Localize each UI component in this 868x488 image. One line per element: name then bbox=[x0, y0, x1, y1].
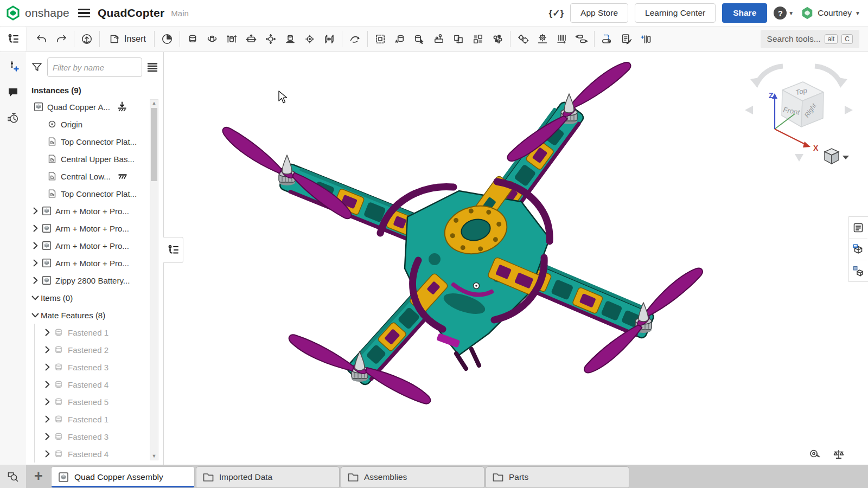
bom-panel-icon[interactable] bbox=[849, 217, 867, 239]
search-tabs-icon[interactable] bbox=[0, 465, 26, 488]
mate-planar-icon[interactable] bbox=[241, 29, 261, 49]
comments-icon[interactable] bbox=[5, 84, 21, 100]
mate-pin-slot-icon[interactable] bbox=[300, 29, 320, 49]
chevron-right-icon[interactable] bbox=[42, 395, 53, 408]
mate-slider-icon[interactable] bbox=[222, 29, 241, 49]
mate-row[interactable]: Fastened 4 bbox=[35, 445, 163, 463]
mate-row[interactable]: Fastened 5 bbox=[35, 393, 163, 410]
list-view-icon[interactable] bbox=[146, 61, 159, 74]
configuration-toggle-icon[interactable] bbox=[572, 29, 591, 49]
tab-quad-copper-assembly[interactable]: Quad Copper Assembly bbox=[51, 466, 195, 488]
tree-row-subassembly[interactable]: Arm + Motor + Pro... bbox=[26, 237, 163, 254]
undo-icon[interactable] bbox=[32, 29, 52, 49]
tab-imported-data[interactable]: Imported Data bbox=[196, 466, 340, 488]
rack-relation-icon[interactable] bbox=[552, 29, 572, 49]
mate-row[interactable]: Fastened 1 bbox=[35, 324, 163, 341]
display-states-icon[interactable] bbox=[488, 29, 507, 49]
user-menu[interactable]: Courtney ▼ bbox=[800, 6, 860, 20]
inserted-items-icon[interactable] bbox=[849, 260, 867, 281]
tree-row-part[interactable]: Central Low... bbox=[26, 168, 163, 185]
insert-button[interactable]: Insert bbox=[103, 29, 151, 49]
mate-features-list: Fastened 1 Fastened 2 Fastened 3 Fastene… bbox=[34, 324, 163, 463]
tree-row-root-assembly[interactable]: Quad Copper A... bbox=[26, 98, 163, 115]
feature-list-toggle-icon[interactable] bbox=[0, 27, 27, 52]
chevron-right-icon[interactable] bbox=[42, 413, 53, 426]
chevron-right-icon[interactable] bbox=[42, 343, 53, 356]
mate-row[interactable]: Fastened 1 bbox=[35, 410, 163, 428]
mate-fastened-icon[interactable] bbox=[183, 29, 202, 49]
chevron-right-icon[interactable] bbox=[42, 326, 53, 339]
tree-row-part[interactable]: Central Upper Bas... bbox=[26, 150, 163, 168]
mate-cylindrical-icon[interactable] bbox=[280, 29, 300, 49]
filter-input[interactable] bbox=[47, 57, 142, 77]
chevron-right-icon[interactable] bbox=[30, 239, 41, 252]
search-tools-field[interactable]: Search tools... alt C bbox=[761, 30, 859, 48]
gear-base-icon[interactable] bbox=[533, 29, 552, 49]
scroll-up-icon[interactable]: ▲ bbox=[150, 100, 158, 107]
chevron-right-icon[interactable] bbox=[30, 274, 41, 287]
view-cube[interactable]: Top Front Right Z X bbox=[741, 57, 857, 169]
learning-center-button[interactable]: Learning Center bbox=[635, 3, 716, 23]
panel-flyout-handle[interactable] bbox=[163, 237, 183, 263]
tab-assemblies[interactable]: Assemblies bbox=[341, 466, 484, 488]
hamburger-menu-icon[interactable] bbox=[78, 9, 90, 17]
mate-parallel-icon[interactable] bbox=[320, 29, 339, 49]
named-positions-icon[interactable] bbox=[429, 29, 449, 49]
clock-icon[interactable] bbox=[157, 29, 177, 49]
tab-parts[interactable]: Parts bbox=[486, 466, 629, 488]
filter-icon[interactable] bbox=[30, 61, 43, 74]
tape-measure-icon[interactable] bbox=[808, 448, 821, 461]
replace-instance-icon[interactable] bbox=[410, 29, 429, 49]
chevron-right-icon[interactable] bbox=[42, 361, 53, 374]
scroll-down-icon[interactable]: ▼ bbox=[150, 453, 158, 460]
chevron-right-icon[interactable] bbox=[30, 204, 41, 217]
add-tab-button[interactable]: + bbox=[26, 465, 51, 488]
history-icon[interactable] bbox=[5, 110, 21, 126]
sheet-metal-flat-icon[interactable] bbox=[597, 29, 617, 49]
mate-ball-icon[interactable] bbox=[261, 29, 280, 49]
update-sync-icon[interactable] bbox=[77, 29, 97, 49]
tree-row-part[interactable]: Top Connector Plat... bbox=[26, 133, 163, 150]
tree-row-subassembly[interactable]: Zippy 2800 Battery... bbox=[26, 272, 163, 289]
dev-mode-icon[interactable]: {✓} bbox=[549, 8, 564, 19]
gear-relation-icon[interactable] bbox=[513, 29, 533, 49]
frame-profiles-icon[interactable] bbox=[636, 29, 656, 49]
mate-row[interactable]: Fastened 3 bbox=[35, 428, 163, 445]
chevron-right-icon[interactable] bbox=[30, 222, 41, 235]
tree-row-subassembly[interactable]: Arm + Motor + Pro... bbox=[26, 202, 163, 220]
mate-features-section-header[interactable]: Mate Features (8) bbox=[26, 306, 163, 324]
chevron-right-icon[interactable] bbox=[42, 447, 53, 460]
tree-row-part[interactable]: Top Connector Plat... bbox=[26, 185, 163, 202]
tree-scrollbar[interactable]: ▲ ▼ bbox=[150, 99, 158, 460]
mate-row[interactable]: Fastened 4 bbox=[35, 376, 163, 393]
workspace-name[interactable]: Main bbox=[171, 9, 189, 18]
mate-row[interactable]: Fastened 2 bbox=[35, 341, 163, 358]
transfer-copy-icon[interactable] bbox=[449, 29, 468, 49]
create-version-icon[interactable] bbox=[5, 58, 21, 74]
tangent-relation-icon[interactable] bbox=[345, 29, 365, 49]
chevron-right-icon[interactable] bbox=[42, 430, 53, 443]
group-parts-icon[interactable] bbox=[371, 29, 390, 49]
tree-row-origin[interactable]: Origin bbox=[26, 115, 163, 133]
mate-revolute-icon[interactable] bbox=[202, 29, 222, 49]
app-store-button[interactable]: App Store bbox=[570, 3, 628, 23]
mass-properties-icon[interactable] bbox=[832, 448, 845, 461]
exploded-view-icon[interactable] bbox=[468, 29, 488, 49]
tree-row-subassembly[interactable]: Arm + Motor + Pro... bbox=[26, 220, 163, 237]
redo-icon[interactable] bbox=[52, 29, 71, 49]
bom-table-icon[interactable] bbox=[617, 29, 636, 49]
onshape-logo[interactable]: onshape bbox=[0, 5, 69, 21]
right-dock bbox=[848, 216, 868, 282]
subassembly-icon bbox=[41, 274, 53, 287]
scrollbar-thumb[interactable] bbox=[151, 108, 157, 181]
share-button[interactable]: Share bbox=[722, 3, 767, 23]
standard-content-icon[interactable] bbox=[390, 29, 410, 49]
view-orientation-menu[interactable] bbox=[825, 149, 849, 164]
mate-row[interactable]: Fastened 3 bbox=[35, 358, 163, 376]
chevron-right-icon[interactable] bbox=[30, 256, 41, 269]
help-menu[interactable]: ? ▼ bbox=[774, 7, 794, 20]
tree-row-subassembly[interactable]: Arm + Motor + Pro... bbox=[26, 254, 163, 272]
configurations-icon[interactable] bbox=[849, 239, 867, 260]
items-section-header[interactable]: Items (0) bbox=[26, 289, 163, 306]
chevron-right-icon[interactable] bbox=[42, 378, 53, 391]
